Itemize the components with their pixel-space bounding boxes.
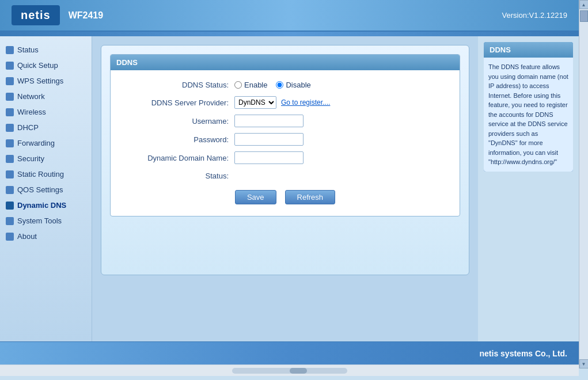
content-area: DDNS DDNS Status: Enable: [92, 36, 478, 341]
sidebar-item-quick-setup[interactable]: Quick Setup: [0, 58, 92, 73]
sidebar-label-static-routing: Static Routing: [17, 170, 64, 178]
password-label: Password:: [119, 135, 234, 144]
scrollbar-thumb[interactable]: [290, 368, 307, 374]
save-button[interactable]: Save: [235, 190, 276, 204]
scroll-track: [579, 9, 588, 359]
scrollbar-track: [232, 368, 347, 374]
sidebar-item-security[interactable]: Security: [0, 151, 92, 166]
provider-label: DDNS Server Provider:: [119, 98, 234, 107]
version-text: Version:V1.2.12219: [502, 11, 567, 20]
system-tools-icon: [6, 217, 14, 225]
forwarding-icon: [6, 139, 14, 147]
sidebar-item-forwarding[interactable]: Forwarding: [0, 135, 92, 151]
ddns-panel: DDNS DDNS Status: Enable: [110, 54, 460, 216]
status-icon: [6, 46, 14, 54]
username-label: Username:: [119, 117, 234, 126]
password-input[interactable]: [234, 133, 304, 146]
wireless-icon: [6, 108, 14, 116]
about-icon: [6, 233, 14, 241]
sidebar-item-network[interactable]: Network: [0, 89, 92, 104]
ddns-status-control: Enable Disable: [234, 81, 311, 89]
sidebar-item-status[interactable]: Status: [0, 42, 92, 58]
username-row: Username:: [111, 112, 460, 130]
ddns-panel-title: DDNS: [116, 58, 138, 67]
sidebar-label-qos: QOS Settings: [17, 185, 63, 194]
ddns-title-bar: DDNS: [111, 55, 460, 70]
sidebar-item-wps-settings[interactable]: WPS Settings: [0, 73, 92, 89]
sidebar-label-system-tools: System Tools: [17, 216, 62, 225]
sidebar-label-security: Security: [17, 154, 44, 163]
ddns-nav-icon: [6, 202, 14, 210]
provider-control: DynDNS No-IP Go to register....: [234, 96, 330, 109]
scroll-thumb[interactable]: [580, 10, 588, 22]
page-wrapper: netis WF2419 Version:V1.2.12219 Status Q…: [0, 0, 579, 380]
password-control: [234, 133, 304, 146]
outer-wrapper: netis WF2419 Version:V1.2.12219 Status Q…: [0, 0, 588, 380]
scroll-up-button[interactable]: ▲: [579, 0, 589, 9]
enable-radio[interactable]: [234, 81, 242, 89]
help-box: DDNS The DDNS feature allows you using d…: [484, 42, 573, 172]
status-row: Status:: [111, 167, 460, 184]
sidebar-label-network: Network: [17, 92, 45, 101]
vertical-scrollbar[interactable]: ▲ ▼: [579, 0, 588, 368]
sidebar-label-dhcp: DHCP: [17, 123, 39, 132]
username-control: [234, 115, 304, 127]
ddns-status-row: DDNS Status: Enable Disable: [111, 76, 460, 93]
main-layout: Status Quick Setup WPS Settings Network …: [0, 36, 579, 341]
sidebar-label-forwarding: Forwarding: [17, 139, 55, 147]
password-row: Password:: [111, 130, 460, 149]
wps-icon: [6, 77, 14, 85]
sidebar-item-wireless[interactable]: Wireless: [0, 104, 92, 120]
sidebar: Status Quick Setup WPS Settings Network …: [0, 36, 92, 341]
footer-text: netis systems Co., Ltd.: [480, 349, 567, 358]
sidebar-label-quick-setup: Quick Setup: [17, 61, 58, 70]
enable-label: Enable: [244, 81, 267, 89]
sidebar-label-about: About: [17, 232, 37, 241]
sidebar-item-qos-settings[interactable]: QOS Settings: [0, 182, 92, 197]
dhcp-icon: [6, 124, 14, 132]
sidebar-item-dhcp[interactable]: DHCP: [0, 120, 92, 135]
ddns-buttons: Save Refresh: [111, 184, 460, 210]
domain-row: Dynamic Domain Name:: [111, 149, 460, 167]
network-icon: [6, 93, 14, 101]
device-name: WF2419: [69, 10, 103, 21]
footer: netis systems Co., Ltd.: [0, 341, 579, 364]
sidebar-label-wps: WPS Settings: [17, 77, 63, 85]
enable-radio-label[interactable]: Enable: [234, 81, 267, 89]
sub-header-strip: [0, 32, 579, 36]
quick-setup-icon: [6, 62, 14, 70]
domain-input[interactable]: [234, 151, 304, 164]
bottom-scrollbar[interactable]: [0, 364, 579, 376]
sidebar-item-system-tools[interactable]: System Tools: [0, 213, 92, 229]
provider-select[interactable]: DynDNS No-IP: [234, 96, 276, 109]
static-routing-icon: [6, 170, 14, 178]
provider-row: DDNS Server Provider: DynDNS No-IP Go to…: [111, 93, 460, 112]
sidebar-item-about[interactable]: About: [0, 229, 92, 244]
username-input[interactable]: [234, 115, 304, 127]
refresh-button[interactable]: Refresh: [285, 190, 336, 204]
qos-icon: [6, 186, 14, 194]
help-title: DDNS: [484, 42, 573, 58]
disable-radio-label[interactable]: Disable: [276, 81, 310, 89]
security-icon: [6, 155, 14, 163]
help-content: The DDNS feature allows you using domain…: [484, 58, 573, 172]
disable-radio[interactable]: [276, 81, 283, 89]
sidebar-label-dynamic-dns: Dynamic DNS: [17, 201, 66, 210]
sidebar-label-status: Status: [17, 45, 39, 54]
logo-box: netis: [12, 5, 60, 25]
sidebar-label-wireless: Wireless: [17, 108, 46, 116]
right-help-panel: DDNS The DDNS feature allows you using d…: [478, 36, 579, 341]
ddns-status-label: DDNS Status:: [119, 81, 234, 89]
go-register-link[interactable]: Go to register....: [281, 98, 330, 107]
domain-label: Dynamic Domain Name:: [119, 154, 234, 162]
header: netis WF2419 Version:V1.2.12219: [0, 0, 579, 32]
scroll-down-button[interactable]: ▼: [579, 359, 589, 368]
sidebar-item-dynamic-dns[interactable]: Dynamic DNS: [0, 197, 92, 213]
disable-label: Disable: [286, 81, 310, 89]
sidebar-item-static-routing[interactable]: Static Routing: [0, 166, 92, 182]
logo-text: netis: [21, 9, 51, 21]
content-inner: DDNS DDNS Status: Enable: [101, 45, 469, 275]
ddns-form: DDNS Status: Enable Disable: [111, 70, 460, 216]
status-field-label: Status:: [119, 172, 234, 180]
domain-control: [234, 151, 304, 164]
